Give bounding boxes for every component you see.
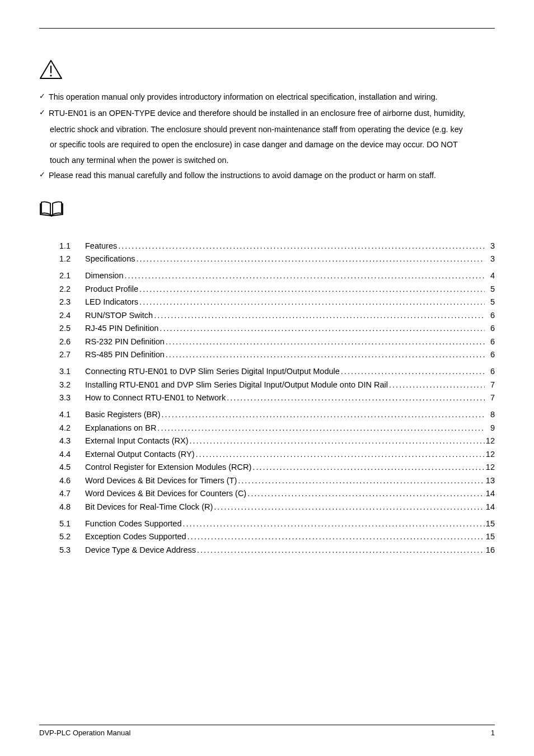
toc-entry: 4.6 Word Devices & Bit Devices for Timer… — [39, 476, 495, 485]
note-item: ✓ This operation manual only provides in… — [39, 90, 495, 105]
toc-entry: 4.1 Basic Registers (BR) 8 — [39, 410, 495, 419]
toc-entry: 5.3 Device Type & Device Address 16 — [39, 545, 495, 554]
svg-point-2 — [50, 74, 51, 76]
toc-leader — [117, 241, 485, 250]
toc-number: 2.1 — [59, 271, 85, 280]
toc-number: 2.5 — [59, 324, 85, 333]
toc-leader — [388, 380, 485, 389]
toc-entry: 5.2 Exception Codes Supported 15 — [39, 532, 495, 541]
toc-number: 5.1 — [59, 519, 85, 528]
toc-title: Basic Registers (BR) — [85, 410, 161, 419]
toc-page: 7 — [485, 393, 495, 402]
toc-title: Exception Codes Supported — [85, 532, 186, 541]
toc-entry: 2.1 Dimension 4 — [39, 271, 495, 280]
toc-entry: 2.5 RJ-45 PIN Definition 6 — [39, 324, 495, 333]
toc-page: 6 — [485, 324, 495, 333]
toc-title: External Input Contacts (RX) — [85, 436, 189, 445]
toc-page: 6 — [485, 350, 495, 359]
toc-number: 3.2 — [59, 380, 85, 389]
toc-leader — [196, 545, 485, 554]
toc-title: LED Indicators — [85, 297, 138, 306]
toc-leader — [165, 350, 485, 359]
toc-page: 7 — [485, 380, 495, 389]
toc-number: 5.3 — [59, 545, 85, 554]
toc-leader — [186, 532, 485, 541]
toc-number: 4.7 — [59, 489, 85, 498]
toc-number: 2.7 — [59, 350, 85, 359]
toc-leader — [135, 254, 485, 263]
toc-page: 8 — [485, 410, 495, 419]
toc-title: Word Devices & Bit Devices for Timers (T… — [85, 476, 237, 485]
toc-number: 4.5 — [59, 463, 85, 472]
toc-number: 1.2 — [59, 254, 85, 263]
footer-left-text: DVP-PLC Operation Manual — [39, 729, 130, 737]
toc-entry: 3.2 Installing RTU-EN01 and DVP Slim Ser… — [39, 380, 495, 389]
note-item: ✓ Please read this manual carefully and … — [39, 168, 495, 183]
toc-title: Device Type & Device Address — [85, 545, 196, 554]
toc-number: 2.2 — [59, 284, 85, 293]
page: ✓ This operation manual only provides in… — [0, 0, 534, 756]
note-text: Please read this manual carefully and fo… — [49, 168, 495, 183]
toc-page: 14 — [485, 502, 495, 511]
toc-title: Specifications — [85, 254, 135, 263]
toc-number: 2.6 — [59, 337, 85, 346]
toc-number: 5.2 — [59, 532, 85, 541]
toc-title: Explanations on BR — [85, 423, 156, 432]
toc-leader — [138, 297, 485, 306]
toc-entry: 2.6 RS-232 PIN Definition 6 — [39, 337, 495, 346]
toc-leader — [182, 519, 485, 528]
toc-group: 4.1 Basic Registers (BR) 8 4.2 Explanati… — [39, 410, 495, 511]
toc-group: 1.1 Features 3 1.2 Specifications 3 — [39, 241, 495, 264]
note-text: touch any terminal when the power is swi… — [39, 153, 495, 168]
toc-leader — [213, 502, 485, 511]
toc-title: Installing RTU-EN01 and DVP Slim Series … — [85, 380, 388, 389]
toc-leader — [226, 393, 485, 402]
toc-leader — [251, 463, 485, 472]
toc-entry: 3.3 How to Connect RTU-EN01 to Network 7 — [39, 393, 495, 402]
toc-page: 16 — [485, 545, 495, 554]
toc-number: 2.4 — [59, 311, 85, 320]
toc-title: RS-232 PIN Definition — [85, 337, 165, 346]
toc-title: Product Profile — [85, 284, 138, 293]
toc-page: 6 — [485, 337, 495, 346]
note-text: This operation manual only provides intr… — [49, 90, 495, 105]
toc-number: 4.1 — [59, 410, 85, 419]
toc-number: 3.3 — [59, 393, 85, 402]
toc-leader — [138, 284, 485, 293]
toc-leader — [161, 410, 485, 419]
toc-entry: 4.2 Explanations on BR 9 — [39, 423, 495, 432]
toc-entry: 4.7 Word Devices & Bit Devices for Count… — [39, 489, 495, 498]
toc-title: RUN/STOP Switch — [85, 311, 153, 320]
toc-title: Control Register for Extension Modules (… — [85, 463, 251, 472]
toc-number: 4.4 — [59, 450, 85, 459]
warning-icon — [39, 59, 495, 82]
toc-number: 1.1 — [59, 241, 85, 250]
toc-number: 4.2 — [59, 423, 85, 432]
checkmark-icon: ✓ — [39, 90, 45, 104]
toc-page: 6 — [485, 311, 495, 320]
footer-rule — [39, 725, 495, 725]
toc-title: Word Devices & Bit Devices for Counters … — [85, 489, 246, 498]
toc-title: Connecting RTU-EN01 to DVP Slim Series D… — [85, 367, 340, 376]
toc-leader — [124, 271, 485, 280]
toc-entry: 2.2 Product Profile 5 — [39, 284, 495, 293]
toc-leader — [158, 324, 485, 333]
note-text: electric shock and vibration. The enclos… — [39, 122, 495, 137]
toc-page: 6 — [485, 367, 495, 376]
toc-entry: 4.4 External Output Contacts (RY) 12 — [39, 450, 495, 459]
toc-leader — [165, 337, 485, 346]
toc-title: Bit Devices for Real-Time Clock (R) — [85, 502, 213, 511]
toc-entry: 2.3 LED Indicators 5 — [39, 297, 495, 306]
toc-title: Features — [85, 241, 117, 250]
toc-page: 15 — [485, 532, 495, 541]
toc-page: 15 — [485, 519, 495, 528]
toc-leader — [237, 476, 485, 485]
header-rule — [39, 28, 495, 29]
toc-leader — [246, 489, 485, 498]
toc-leader — [156, 423, 485, 432]
toc-page: 12 — [485, 450, 495, 459]
toc-title: How to Connect RTU-EN01 to Network — [85, 393, 226, 402]
note-text: or specific tools are required to open t… — [39, 137, 495, 152]
toc-group: 3.1 Connecting RTU-EN01 to DVP Slim Seri… — [39, 367, 495, 402]
warning-notes: ✓ This operation manual only provides in… — [39, 90, 495, 183]
